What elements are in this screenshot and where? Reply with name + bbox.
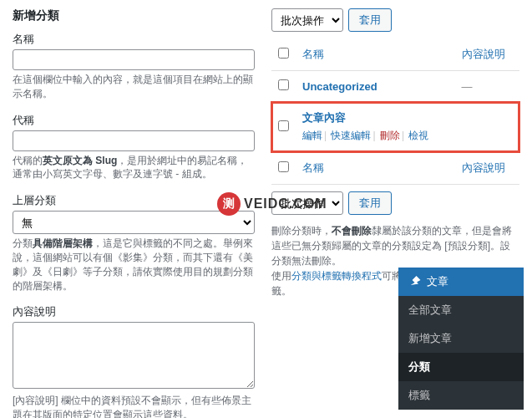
flyout-item-all[interactable]: 全部文章 <box>398 296 524 324</box>
slug-label: 代稱 <box>13 113 255 128</box>
name-desc: 在這個欄位中輸入的內容，就是這個項目在網站上的顯示名稱。 <box>13 73 255 101</box>
table-row: Uncategorized — <box>271 71 519 102</box>
edit-link[interactable]: 編輯 <box>302 130 322 141</box>
parent-desc: 分類具備階層架構，這是它與標籤的不同之處。舉例來說，這個網站可以有個《影集》分類… <box>13 237 255 293</box>
add-category-heading: 新增分類 <box>13 8 255 23</box>
col-name-top[interactable]: 名稱 <box>302 48 324 60</box>
bulk-action-select-top[interactable]: 批次操作 <box>271 8 343 32</box>
select-all-top[interactable] <box>278 48 289 59</box>
quick-edit-link[interactable]: 快速編輯 <box>331 130 371 141</box>
view-link[interactable]: 檢視 <box>408 130 428 141</box>
col-name-bottom[interactable]: 名稱 <box>302 161 324 174</box>
categories-table: 名稱 內容說明 Uncategorized — 文章內容 編輯| 快 <box>271 38 519 185</box>
posts-flyout-menu: 文章 全部文章 新增文章 分類 標籤 <box>398 268 524 410</box>
flyout-item-categories[interactable]: 分類 <box>398 353 524 381</box>
description-help: [內容說明] 欄位中的資料預設不會顯示，但有些佈景主題在其版面的特定位置會顯示這… <box>13 394 255 418</box>
parent-select[interactable]: 無 <box>13 211 255 234</box>
converter-link[interactable]: 分類與標籤轉換程式 <box>291 270 382 282</box>
bulk-action-select-bottom[interactable]: 批次操作 <box>271 191 343 215</box>
row-actions: 編輯| 快速編輯| 刪除| 檢視 <box>302 129 448 143</box>
flyout-head[interactable]: 文章 <box>398 268 524 296</box>
col-desc-top[interactable]: 內容說明 <box>462 48 505 60</box>
name-label: 名稱 <box>13 32 255 47</box>
row-desc: — <box>455 71 519 102</box>
flyout-item-new[interactable]: 新增文章 <box>398 324 524 353</box>
flyout-item-tags[interactable]: 標籤 <box>398 381 524 410</box>
slug-desc: 代稱的英文原文為 Slug，是用於網址中的易記名稱，通常由小寫英文字母、數字及連… <box>13 154 255 182</box>
row-checkbox[interactable] <box>278 79 289 90</box>
row-title-link[interactable]: 文章內容 <box>302 111 346 124</box>
apply-button-top[interactable]: 套用 <box>348 8 392 32</box>
apply-button-bottom[interactable]: 套用 <box>348 191 392 215</box>
delete-link[interactable]: 刪除 <box>380 130 400 141</box>
select-all-bottom[interactable] <box>278 161 289 172</box>
row-checkbox[interactable] <box>278 120 289 131</box>
table-row: 文章內容 編輯| 快速編輯| 刪除| 檢視 <box>271 102 519 152</box>
col-desc-bottom[interactable]: 內容說明 <box>462 161 505 174</box>
slug-input[interactable] <box>13 130 255 151</box>
row-title-link[interactable]: Uncategorized <box>302 80 377 93</box>
parent-label: 上層分類 <box>13 193 255 208</box>
row-desc <box>455 102 519 152</box>
name-input[interactable] <box>13 49 255 70</box>
description-textarea[interactable] <box>13 322 255 389</box>
description-label: 內容說明 <box>13 304 255 319</box>
pin-icon <box>405 273 423 291</box>
